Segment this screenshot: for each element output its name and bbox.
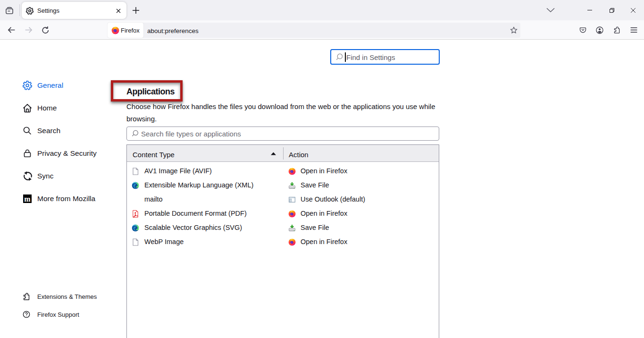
svg-text:m: m	[24, 195, 31, 203]
